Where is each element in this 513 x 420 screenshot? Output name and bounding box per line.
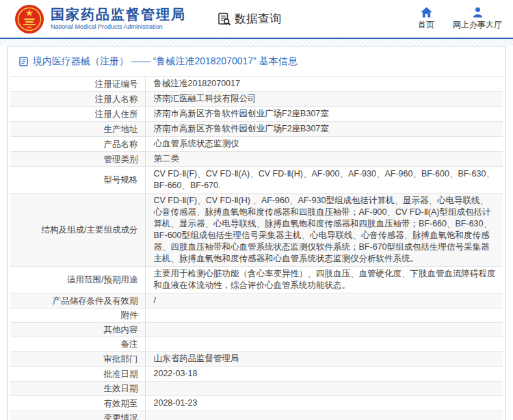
row-label-text: 批准日期 bbox=[104, 369, 138, 379]
row-label-text: 注册人名称 bbox=[95, 94, 138, 104]
row-label: 其他内容 bbox=[10, 323, 145, 337]
table-row: 备注 bbox=[10, 337, 503, 352]
nav-service-hall-label: 网上办事大厅 bbox=[453, 19, 502, 31]
table-row: 产品名称 心血管系统状态监测仪 bbox=[10, 137, 503, 152]
person-icon bbox=[472, 7, 484, 18]
nav-home-label: 首页 bbox=[418, 19, 434, 31]
row-label: 备注 bbox=[10, 337, 145, 352]
row-label: 审批部门 bbox=[10, 352, 145, 367]
row-label: 适用范围/预期用途 bbox=[10, 267, 145, 293]
row-label-text: 变更情况 bbox=[104, 413, 138, 420]
row-value-text: CV FD-Ⅱ(F)、CV FD-Ⅱ(A)、CV FD-Ⅱ(H)、AF-900、… bbox=[154, 169, 495, 190]
row-value bbox=[145, 382, 503, 396]
table-row: 产品储存条件及有效期 / bbox=[10, 293, 503, 309]
row-label: 注册人名称 bbox=[10, 92, 145, 107]
row-value bbox=[145, 309, 503, 323]
row-value-text: 第二类 bbox=[154, 154, 180, 163]
row-label: 型号规格 bbox=[10, 167, 145, 194]
table-row: 注册人名称 济南汇医融工科技有限公司 bbox=[10, 92, 503, 107]
top-nav: 首页 网上办事大厅 bbox=[418, 7, 502, 31]
row-label-text: 产品名称 bbox=[104, 140, 138, 149]
table-row: 批准日期 2022-03-18 bbox=[10, 367, 503, 382]
row-value: 济南市高新区齐鲁软件园创业广场F2座B307室 bbox=[145, 122, 503, 137]
row-value-text: CV FD-Ⅱ(F)、CV FD-Ⅱ(H) 、AF-960、AF-930型组成包… bbox=[154, 196, 492, 263]
org-name-en: National Medical Products Administration bbox=[51, 24, 186, 31]
document-icon bbox=[19, 57, 28, 66]
table-row: 适用范围/预期用途 主要用于检测心脏功能（含心率变异性）、四肢血压、血管硬化度、… bbox=[10, 267, 503, 293]
row-value: 济南汇医融工科技有限公司 bbox=[145, 92, 503, 107]
row-value: 第二类 bbox=[145, 152, 503, 167]
row-label-text: 适用范围/预期用途 bbox=[67, 275, 137, 285]
table-row: 附件 bbox=[10, 309, 503, 323]
row-label: 结构及组成/主要组成成分 bbox=[10, 194, 145, 267]
row-label: 变更情况 bbox=[10, 411, 145, 420]
decorative-stripe-band bbox=[0, 39, 513, 46]
row-label-text: 生产地址 bbox=[104, 124, 138, 134]
row-value bbox=[145, 337, 503, 352]
row-label: 管理类别 bbox=[10, 152, 145, 167]
row-label: 产品储存条件及有效期 bbox=[10, 293, 145, 309]
row-label-text: 注册证编号 bbox=[95, 79, 138, 89]
content-panel: 境内医疗器械（注册） —— “鲁械注准20182070017” 基本信息 注册证… bbox=[7, 46, 506, 420]
row-value-text: 山东省药品监督管理局 bbox=[154, 354, 239, 363]
row-value: 济南市高新区齐鲁软件园创业广场F2座B307室 bbox=[145, 107, 503, 122]
table-row: 注册证编号 鲁械注准20182070017 bbox=[10, 77, 503, 92]
row-value: 2022-03-18 bbox=[145, 367, 503, 382]
breadcrumb-text: 境内医疗器械（注册） —— “鲁械注准20182070017” 基本信息 bbox=[33, 55, 298, 68]
row-label-text: 型号规格 bbox=[104, 175, 138, 185]
document-search-icon bbox=[218, 12, 231, 26]
row-value-text: 济南市高新区齐鲁软件园创业广场F2座B307室 bbox=[154, 109, 329, 118]
table-row: 有效期至 2028-01-23 bbox=[10, 396, 503, 411]
row-label-text: 管理类别 bbox=[104, 155, 138, 164]
org-names: 国家药品监督管理局 National Medical Products Admi… bbox=[51, 7, 186, 31]
row-label-text: 结构及组成/主要组成成分 bbox=[42, 225, 138, 235]
data-query-button[interactable]: 数据查询 bbox=[218, 11, 281, 27]
nmpa-logo[interactable]: 国家药品监督管理局 National Medical Products Admi… bbox=[14, 4, 186, 34]
info-table-body: 注册证编号 鲁械注准20182070017 注册人名称 济南汇医融工科技有限公司… bbox=[10, 77, 503, 420]
nav-item-service-hall[interactable]: 网上办事大厅 bbox=[453, 7, 502, 31]
row-value-text: 2028-01-23 bbox=[154, 398, 198, 408]
row-label-text: 产品储存条件及有效期 bbox=[53, 296, 138, 306]
registration-info-table: 注册证编号 鲁械注准20182070017 注册人名称 济南汇医融工科技有限公司… bbox=[10, 76, 503, 420]
row-label: 附件 bbox=[10, 309, 145, 323]
row-value-text: 心血管系统状态监测仪 bbox=[154, 139, 239, 148]
table-row: 变更情况 bbox=[10, 411, 503, 420]
row-label: 生效日期 bbox=[10, 382, 145, 396]
table-row: 审批部门 山东省药品监督管理局 bbox=[10, 352, 503, 367]
nav-item-home[interactable]: 首页 bbox=[418, 7, 434, 31]
row-value: 山东省药品监督管理局 bbox=[145, 352, 503, 367]
row-value-text: 鲁械注准20182070017 bbox=[154, 79, 240, 88]
row-value-text: 济南市高新区齐鲁软件园创业广场F2座B307室 bbox=[154, 124, 329, 133]
table-row: 生产地址 济南市高新区齐鲁软件园创业广场F2座B307室 bbox=[10, 122, 503, 137]
row-label-text: 生效日期 bbox=[104, 384, 138, 393]
row-label-text: 备注 bbox=[121, 339, 138, 349]
row-label-text: 附件 bbox=[121, 311, 138, 320]
row-value: 主要用于检测心脏功能（含心率变异性）、四肢血压、血管硬化度、下肢血管血流障碍程度… bbox=[145, 267, 503, 293]
table-row: 其他内容 bbox=[10, 323, 503, 337]
row-value bbox=[145, 323, 503, 337]
row-value: / bbox=[145, 293, 503, 309]
site-header: 国家药品监督管理局 National Medical Products Admi… bbox=[0, 0, 513, 39]
table-row: 注册人住所 济南市高新区齐鲁软件园创业广场F2座B307室 bbox=[10, 107, 503, 122]
row-value bbox=[145, 411, 503, 420]
table-row: 结构及组成/主要组成成分 CV FD-Ⅱ(F)、CV FD-Ⅱ(H) 、AF-9… bbox=[10, 194, 503, 267]
row-value: CV FD-Ⅱ(F)、CV FD-Ⅱ(A)、CV FD-Ⅱ(H)、AF-900、… bbox=[145, 167, 503, 194]
org-name-cn: 国家药品监督管理局 bbox=[51, 7, 186, 22]
row-label: 有效期至 bbox=[10, 396, 145, 411]
home-icon bbox=[421, 7, 432, 18]
row-value: CV FD-Ⅱ(F)、CV FD-Ⅱ(H) 、AF-960、AF-930型组成包… bbox=[145, 194, 503, 267]
row-label: 生产地址 bbox=[10, 122, 145, 137]
row-value: 2028-01-23 bbox=[145, 396, 503, 411]
row-value-text: 主要用于检测心脏功能（含心率变异性）、四肢血压、血管硬化度、下肢血管血流障碍程度… bbox=[154, 269, 496, 290]
row-value-text: 济南汇医融工科技有限公司 bbox=[154, 94, 256, 103]
breadcrumb: 境内医疗器械（注册） —— “鲁械注准20182070017” 基本信息 bbox=[8, 47, 505, 76]
table-row: 型号规格 CV FD-Ⅱ(F)、CV FD-Ⅱ(A)、CV FD-Ⅱ(H)、AF… bbox=[10, 167, 503, 194]
row-label: 产品名称 bbox=[10, 137, 145, 152]
row-value: 心血管系统状态监测仪 bbox=[145, 137, 503, 152]
row-label-text: 注册人住所 bbox=[95, 109, 138, 119]
table-row: 生效日期 bbox=[10, 382, 503, 396]
row-label: 注册人住所 bbox=[10, 107, 145, 122]
row-label: 注册证编号 bbox=[10, 77, 145, 92]
row-value-text: / bbox=[154, 296, 156, 305]
table-row: 管理类别 第二类 bbox=[10, 152, 503, 167]
